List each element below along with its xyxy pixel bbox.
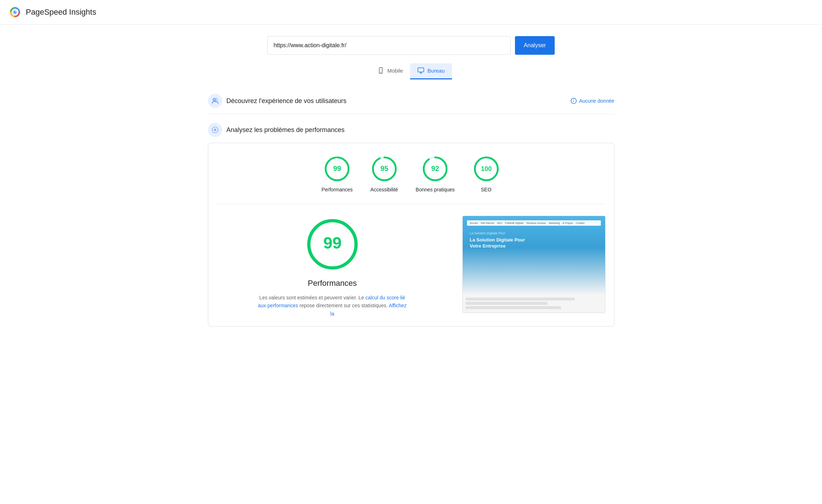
svg-point-15 — [214, 129, 215, 131]
large-score-left: 99 Performances Les valeurs sont estimée… — [217, 216, 448, 318]
experience-section-header: Découvrez l'expérience de vos utilisateu… — [208, 88, 614, 114]
scores-row: 99 Performances 95 Accessibilité 92 — [217, 155, 605, 204]
experience-title: Découvrez l'expérience de vos utilisateu… — [227, 97, 566, 105]
tab-bureau[interactable]: Bureau — [410, 63, 452, 79]
score-label-seo: SEO — [481, 187, 492, 192]
tab-mobile-label: Mobile — [387, 68, 403, 74]
experience-icon-wrap — [208, 94, 222, 108]
svg-text:99: 99 — [323, 234, 341, 252]
main-content: Découvrez l'expérience de vos utilisateu… — [196, 79, 626, 335]
tab-bureau-label: Bureau — [427, 68, 444, 74]
score-card: 99 Performances 95 Accessibilité 92 — [208, 143, 614, 327]
search-area: Analyser — [0, 25, 822, 60]
large-score-circle: 99 — [304, 216, 361, 273]
svg-text:99: 99 — [333, 165, 341, 172]
app-title: PageSpeed Insights — [26, 8, 96, 17]
large-score-label: Performances — [308, 279, 357, 288]
svg-rect-5 — [418, 68, 424, 72]
url-input[interactable] — [267, 36, 511, 55]
score-item-accessibilite: 95 Accessibilité — [370, 155, 399, 192]
info-icon — [570, 98, 577, 104]
screenshot-text-line-2 — [466, 302, 548, 305]
screenshot-headline: La Solution Digitale Pour Votre Entrepri… — [470, 237, 598, 249]
score-circle-bonnes-pratiques: 92 — [421, 155, 449, 183]
screenshot-content: La Solution Digitale Pour La Solution Di… — [467, 229, 601, 252]
pagespeed-logo-icon — [9, 6, 21, 19]
score-label-bonnes-pratiques: Bonnes pratiques — [416, 187, 455, 192]
device-tabs: Mobile Bureau — [0, 60, 822, 79]
desktop-icon — [417, 67, 424, 74]
screenshot-text-line-3 — [466, 306, 561, 309]
screenshot-tagline: La Solution Digitale Pour — [470, 231, 598, 235]
performance-title: Analysez les problèmes de performances — [227, 126, 345, 134]
score-item-bonnes-pratiques: 92 Bonnes pratiques — [416, 155, 455, 192]
experience-icon — [211, 97, 219, 105]
tab-mobile[interactable]: Mobile — [370, 63, 410, 79]
score-circle-accessibilite: 95 — [370, 155, 399, 183]
performance-section-header: Analysez les problèmes de performances — [208, 114, 614, 143]
screenshot-placeholder: Accueil · Site Internet · SEO · Publicit… — [463, 216, 605, 295]
performance-icon — [211, 126, 219, 134]
score-item-seo: 100 SEO — [472, 155, 501, 192]
no-data-link[interactable]: Aucune donnée — [570, 98, 614, 104]
screenshot-nav: Accueil · Site Internet · SEO · Publicit… — [467, 220, 601, 226]
mobile-icon — [377, 67, 384, 74]
screenshot-bottom — [463, 295, 605, 313]
score-circle-seo: 100 — [472, 155, 501, 183]
score-circle-performances: 99 — [323, 155, 351, 183]
website-screenshot: Accueil · Site Internet · SEO · Publicit… — [462, 216, 605, 313]
no-data-label: Aucune donnée — [579, 98, 614, 104]
svg-text:95: 95 — [380, 165, 388, 172]
analyze-button[interactable]: Analyser — [515, 36, 554, 55]
score-label-performances: Performances — [321, 187, 352, 192]
screenshot-text-line-1 — [466, 298, 575, 300]
score-item-performances: 99 Performances — [321, 155, 352, 192]
large-score-section: 99 Performances Les valeurs sont estimée… — [217, 204, 605, 318]
large-score-description: Les valeurs sont estimées et peuvent var… — [257, 294, 408, 318]
score-label-accessibilite: Accessibilité — [370, 187, 398, 192]
svg-text:92: 92 — [431, 165, 439, 172]
app-header: PageSpeed Insights — [0, 0, 822, 25]
performance-icon-wrap — [208, 123, 222, 137]
svg-text:100: 100 — [481, 165, 492, 172]
